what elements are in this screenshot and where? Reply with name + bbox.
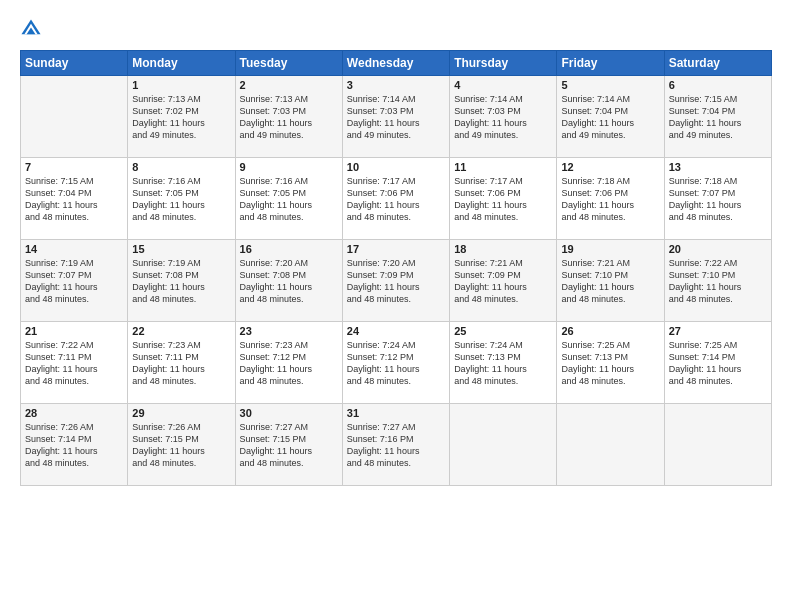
- week-row-4: 21Sunrise: 7:22 AM Sunset: 7:11 PM Dayli…: [21, 322, 772, 404]
- day-cell: [450, 404, 557, 486]
- day-info: Sunrise: 7:26 AM Sunset: 7:14 PM Dayligh…: [25, 421, 123, 470]
- day-number: 15: [132, 243, 230, 255]
- day-number: 27: [669, 325, 767, 337]
- day-number: 4: [454, 79, 552, 91]
- day-cell: 9Sunrise: 7:16 AM Sunset: 7:05 PM Daylig…: [235, 158, 342, 240]
- day-info: Sunrise: 7:20 AM Sunset: 7:09 PM Dayligh…: [347, 257, 445, 306]
- day-info: Sunrise: 7:14 AM Sunset: 7:03 PM Dayligh…: [347, 93, 445, 142]
- day-number: 7: [25, 161, 123, 173]
- day-cell: 12Sunrise: 7:18 AM Sunset: 7:06 PM Dayli…: [557, 158, 664, 240]
- day-number: 23: [240, 325, 338, 337]
- header-cell-tuesday: Tuesday: [235, 51, 342, 76]
- day-info: Sunrise: 7:15 AM Sunset: 7:04 PM Dayligh…: [25, 175, 123, 224]
- day-info: Sunrise: 7:15 AM Sunset: 7:04 PM Dayligh…: [669, 93, 767, 142]
- day-number: 28: [25, 407, 123, 419]
- calendar-page: SundayMondayTuesdayWednesdayThursdayFrid…: [0, 0, 792, 612]
- day-cell: 5Sunrise: 7:14 AM Sunset: 7:04 PM Daylig…: [557, 76, 664, 158]
- day-number: 13: [669, 161, 767, 173]
- day-cell: 18Sunrise: 7:21 AM Sunset: 7:09 PM Dayli…: [450, 240, 557, 322]
- day-cell: 11Sunrise: 7:17 AM Sunset: 7:06 PM Dayli…: [450, 158, 557, 240]
- day-info: Sunrise: 7:22 AM Sunset: 7:11 PM Dayligh…: [25, 339, 123, 388]
- day-number: 22: [132, 325, 230, 337]
- week-row-5: 28Sunrise: 7:26 AM Sunset: 7:14 PM Dayli…: [21, 404, 772, 486]
- header-cell-friday: Friday: [557, 51, 664, 76]
- day-info: Sunrise: 7:24 AM Sunset: 7:13 PM Dayligh…: [454, 339, 552, 388]
- day-number: 5: [561, 79, 659, 91]
- header-cell-thursday: Thursday: [450, 51, 557, 76]
- day-number: 8: [132, 161, 230, 173]
- logo: [20, 18, 46, 40]
- day-number: 17: [347, 243, 445, 255]
- day-number: 9: [240, 161, 338, 173]
- week-row-3: 14Sunrise: 7:19 AM Sunset: 7:07 PM Dayli…: [21, 240, 772, 322]
- day-number: 11: [454, 161, 552, 173]
- day-cell: 10Sunrise: 7:17 AM Sunset: 7:06 PM Dayli…: [342, 158, 449, 240]
- day-cell: 30Sunrise: 7:27 AM Sunset: 7:15 PM Dayli…: [235, 404, 342, 486]
- day-cell: 29Sunrise: 7:26 AM Sunset: 7:15 PM Dayli…: [128, 404, 235, 486]
- day-info: Sunrise: 7:27 AM Sunset: 7:16 PM Dayligh…: [347, 421, 445, 470]
- day-cell: [664, 404, 771, 486]
- day-cell: 13Sunrise: 7:18 AM Sunset: 7:07 PM Dayli…: [664, 158, 771, 240]
- day-cell: 24Sunrise: 7:24 AM Sunset: 7:12 PM Dayli…: [342, 322, 449, 404]
- day-cell: 19Sunrise: 7:21 AM Sunset: 7:10 PM Dayli…: [557, 240, 664, 322]
- day-cell: 4Sunrise: 7:14 AM Sunset: 7:03 PM Daylig…: [450, 76, 557, 158]
- day-info: Sunrise: 7:25 AM Sunset: 7:13 PM Dayligh…: [561, 339, 659, 388]
- day-number: 29: [132, 407, 230, 419]
- week-row-2: 7Sunrise: 7:15 AM Sunset: 7:04 PM Daylig…: [21, 158, 772, 240]
- day-info: Sunrise: 7:24 AM Sunset: 7:12 PM Dayligh…: [347, 339, 445, 388]
- calendar-body: 1Sunrise: 7:13 AM Sunset: 7:02 PM Daylig…: [21, 76, 772, 486]
- day-cell: 25Sunrise: 7:24 AM Sunset: 7:13 PM Dayli…: [450, 322, 557, 404]
- day-number: 1: [132, 79, 230, 91]
- header: [20, 18, 772, 40]
- day-info: Sunrise: 7:23 AM Sunset: 7:11 PM Dayligh…: [132, 339, 230, 388]
- day-info: Sunrise: 7:18 AM Sunset: 7:07 PM Dayligh…: [669, 175, 767, 224]
- day-info: Sunrise: 7:19 AM Sunset: 7:08 PM Dayligh…: [132, 257, 230, 306]
- day-info: Sunrise: 7:25 AM Sunset: 7:14 PM Dayligh…: [669, 339, 767, 388]
- day-number: 6: [669, 79, 767, 91]
- day-cell: 16Sunrise: 7:20 AM Sunset: 7:08 PM Dayli…: [235, 240, 342, 322]
- header-cell-saturday: Saturday: [664, 51, 771, 76]
- day-cell: [21, 76, 128, 158]
- day-number: 3: [347, 79, 445, 91]
- day-number: 25: [454, 325, 552, 337]
- day-info: Sunrise: 7:21 AM Sunset: 7:10 PM Dayligh…: [561, 257, 659, 306]
- day-number: 31: [347, 407, 445, 419]
- day-number: 12: [561, 161, 659, 173]
- calendar-table: SundayMondayTuesdayWednesdayThursdayFrid…: [20, 50, 772, 486]
- day-info: Sunrise: 7:18 AM Sunset: 7:06 PM Dayligh…: [561, 175, 659, 224]
- day-cell: 31Sunrise: 7:27 AM Sunset: 7:16 PM Dayli…: [342, 404, 449, 486]
- day-number: 19: [561, 243, 659, 255]
- day-cell: 26Sunrise: 7:25 AM Sunset: 7:13 PM Dayli…: [557, 322, 664, 404]
- day-info: Sunrise: 7:26 AM Sunset: 7:15 PM Dayligh…: [132, 421, 230, 470]
- day-info: Sunrise: 7:14 AM Sunset: 7:03 PM Dayligh…: [454, 93, 552, 142]
- day-info: Sunrise: 7:23 AM Sunset: 7:12 PM Dayligh…: [240, 339, 338, 388]
- day-info: Sunrise: 7:17 AM Sunset: 7:06 PM Dayligh…: [454, 175, 552, 224]
- day-info: Sunrise: 7:13 AM Sunset: 7:03 PM Dayligh…: [240, 93, 338, 142]
- day-number: 30: [240, 407, 338, 419]
- day-number: 2: [240, 79, 338, 91]
- day-number: 20: [669, 243, 767, 255]
- day-info: Sunrise: 7:27 AM Sunset: 7:15 PM Dayligh…: [240, 421, 338, 470]
- day-info: Sunrise: 7:17 AM Sunset: 7:06 PM Dayligh…: [347, 175, 445, 224]
- header-cell-sunday: Sunday: [21, 51, 128, 76]
- day-cell: 15Sunrise: 7:19 AM Sunset: 7:08 PM Dayli…: [128, 240, 235, 322]
- day-number: 16: [240, 243, 338, 255]
- day-number: 24: [347, 325, 445, 337]
- day-info: Sunrise: 7:16 AM Sunset: 7:05 PM Dayligh…: [240, 175, 338, 224]
- day-cell: 1Sunrise: 7:13 AM Sunset: 7:02 PM Daylig…: [128, 76, 235, 158]
- day-number: 26: [561, 325, 659, 337]
- day-cell: 22Sunrise: 7:23 AM Sunset: 7:11 PM Dayli…: [128, 322, 235, 404]
- day-cell: [557, 404, 664, 486]
- week-row-1: 1Sunrise: 7:13 AM Sunset: 7:02 PM Daylig…: [21, 76, 772, 158]
- day-number: 21: [25, 325, 123, 337]
- day-info: Sunrise: 7:20 AM Sunset: 7:08 PM Dayligh…: [240, 257, 338, 306]
- day-info: Sunrise: 7:19 AM Sunset: 7:07 PM Dayligh…: [25, 257, 123, 306]
- day-cell: 2Sunrise: 7:13 AM Sunset: 7:03 PM Daylig…: [235, 76, 342, 158]
- logo-icon: [20, 18, 42, 40]
- day-cell: 21Sunrise: 7:22 AM Sunset: 7:11 PM Dayli…: [21, 322, 128, 404]
- day-cell: 20Sunrise: 7:22 AM Sunset: 7:10 PM Dayli…: [664, 240, 771, 322]
- day-cell: 8Sunrise: 7:16 AM Sunset: 7:05 PM Daylig…: [128, 158, 235, 240]
- day-cell: 14Sunrise: 7:19 AM Sunset: 7:07 PM Dayli…: [21, 240, 128, 322]
- day-number: 10: [347, 161, 445, 173]
- header-cell-wednesday: Wednesday: [342, 51, 449, 76]
